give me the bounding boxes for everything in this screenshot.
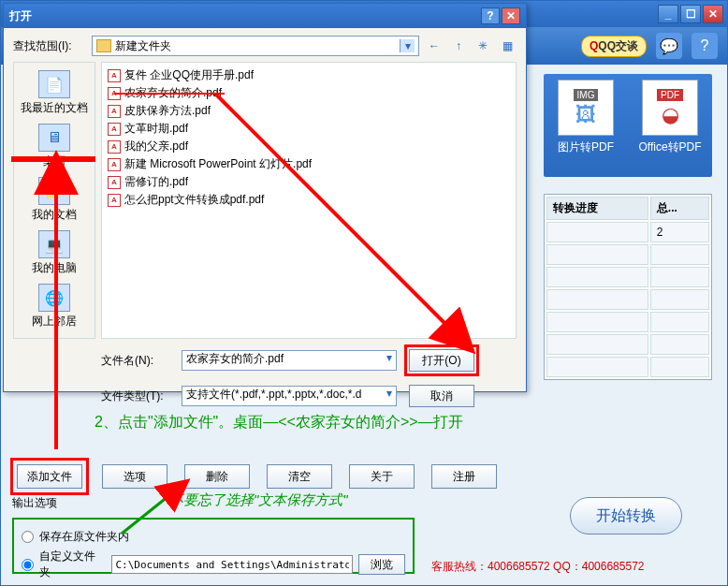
radio-custom-folder-label: 自定义文件夹 bbox=[39, 549, 106, 580]
pdf-file-icon: A bbox=[108, 123, 121, 136]
pdf-file-icon: A bbox=[108, 140, 121, 154]
look-in-value: 新建文件夹 bbox=[115, 38, 171, 54]
look-in-select[interactable]: 新建文件夹 ▾ bbox=[92, 36, 419, 56]
desktop-icon: 🖥 bbox=[38, 124, 70, 152]
total-cell: 2 bbox=[650, 222, 709, 242]
filename-input[interactable]: 农家弃女的简介.pdf▾ bbox=[182, 350, 397, 371]
pdf-icon: ◒ bbox=[662, 103, 679, 127]
file-item[interactable]: A需修订的.pdf bbox=[106, 173, 512, 191]
place-desktop[interactable]: 🖥桌面 bbox=[17, 124, 92, 169]
new-folder-icon[interactable]: ✳ bbox=[473, 37, 492, 55]
chevron-down-icon: ▾ bbox=[386, 351, 392, 364]
path-input[interactable] bbox=[111, 555, 353, 574]
qq-badge[interactable]: QQQ交谈 bbox=[581, 36, 647, 57]
options-button[interactable]: 选项 bbox=[102, 464, 167, 489]
register-button[interactable]: 注册 bbox=[431, 464, 497, 489]
place-recent[interactable]: 📄我最近的文档 bbox=[17, 70, 92, 116]
img-to-pdf[interactable]: IMG🖼 图片转PDF bbox=[553, 80, 619, 171]
file-item[interactable]: A皮肤保养方法.pdf bbox=[106, 102, 512, 120]
button-row: 添加文件 选项 删除 清空 关于 注册 bbox=[10, 458, 497, 495]
office-to-pdf[interactable]: PDF◒ Office转PDF bbox=[637, 80, 703, 171]
folder-icon bbox=[96, 39, 111, 52]
maximize-button[interactable]: ☐ bbox=[680, 5, 701, 23]
radio-same-folder-label: 保存在原文件夹内 bbox=[39, 529, 129, 545]
minimize-button[interactable]: _ bbox=[658, 5, 678, 23]
file-item[interactable]: A复件 企业QQ使用手册.pdf bbox=[106, 66, 512, 84]
network-icon: 🌐 bbox=[38, 284, 70, 312]
chevron-down-icon: ▾ bbox=[386, 387, 392, 400]
place-network[interactable]: 🌐网上邻居 bbox=[17, 284, 92, 330]
look-in-label: 查找范围(I): bbox=[13, 38, 86, 54]
dialog-close-button[interactable]: ✕ bbox=[502, 7, 520, 24]
annotation-underline bbox=[114, 93, 225, 95]
place-documents[interactable]: 📁我的文档 bbox=[17, 177, 92, 223]
progress-table: 转换进度总... 2 bbox=[544, 194, 712, 380]
back-icon[interactable]: ← bbox=[425, 37, 444, 55]
filename-label: 文件名(N): bbox=[101, 353, 174, 369]
highlight-add: 添加文件 bbox=[10, 458, 89, 495]
documents-icon: 📁 bbox=[38, 177, 70, 205]
cancel-button[interactable]: 取消 bbox=[409, 385, 474, 407]
chat-icon[interactable]: 💬 bbox=[656, 33, 682, 59]
pdf-file-icon: A bbox=[108, 105, 121, 118]
place-computer[interactable]: 💻我的电脑 bbox=[17, 230, 92, 276]
annotation-bar bbox=[11, 156, 95, 162]
delete-button[interactable]: 删除 bbox=[184, 464, 250, 489]
computer-icon: 💻 bbox=[38, 230, 70, 258]
radio-same-folder[interactable] bbox=[22, 531, 34, 543]
green-note: 不要忘了选择"文本保存方式" bbox=[169, 491, 348, 509]
chevron-down-icon: ▾ bbox=[400, 39, 415, 52]
open-dialog: 打开 ? ✕ 查找范围(I): 新建文件夹 ▾ ← ↑ ✳ ▦ 📄我最近的文档 … bbox=[3, 3, 527, 392]
about-button[interactable]: 关于 bbox=[349, 464, 415, 489]
close-button[interactable]: ✕ bbox=[703, 5, 723, 23]
pdf-file-icon: A bbox=[108, 194, 121, 207]
image-icon: 🖼 bbox=[575, 103, 596, 127]
dialog-title: 打开 bbox=[9, 8, 479, 24]
places-bar: 📄我最近的文档 🖥桌面 📁我的文档 💻我的电脑 🌐网上邻居 bbox=[13, 62, 95, 339]
col-progress: 转换进度 bbox=[546, 197, 648, 220]
output-options-box: 保存在原文件夹内 自定义文件夹 浏览 bbox=[12, 518, 415, 574]
dialog-help-button[interactable]: ? bbox=[481, 7, 500, 24]
dialog-titlebar: 打开 ? ✕ bbox=[4, 4, 526, 28]
add-file-button[interactable]: 添加文件 bbox=[17, 464, 82, 489]
pdf-file-icon: A bbox=[108, 158, 121, 171]
filetype-label: 文件类型(T): bbox=[101, 388, 174, 404]
file-item[interactable]: A我的父亲.pdf bbox=[106, 138, 512, 155]
up-icon[interactable]: ↑ bbox=[449, 37, 468, 55]
start-convert-button[interactable]: 开始转换 bbox=[570, 497, 682, 535]
pdf-file-icon: A bbox=[108, 69, 121, 82]
hotline-text: 客服热线：4006685572 QQ：4006685572 bbox=[431, 559, 644, 575]
recent-icon: 📄 bbox=[38, 70, 70, 98]
radio-custom-folder[interactable] bbox=[22, 559, 34, 571]
col-total: 总... bbox=[650, 197, 709, 220]
file-list[interactable]: A复件 企业QQ使用手册.pdf A农家弃女的简介.pdf A皮肤保养方法.pd… bbox=[101, 62, 517, 339]
highlight-open: 打开(O) bbox=[404, 344, 479, 376]
pdf-file-icon: A bbox=[108, 176, 121, 189]
view-icon[interactable]: ▦ bbox=[498, 37, 517, 55]
filetype-select[interactable]: 支持文件(*.pdf,*.ppt,*.pptx,*.doc,*.d▾ bbox=[182, 386, 397, 406]
output-section-label: 输出选项 bbox=[12, 495, 57, 511]
browse-button[interactable]: 浏览 bbox=[358, 554, 405, 575]
progress-cell bbox=[546, 222, 648, 242]
help-icon[interactable]: ? bbox=[692, 33, 718, 59]
conversion-area: IMG🖼 图片转PDF PDF◒ Office转PDF bbox=[544, 74, 712, 177]
clear-button[interactable]: 清空 bbox=[267, 464, 332, 489]
file-item[interactable]: A文革时期.pdf bbox=[106, 120, 512, 138]
file-item[interactable]: A新建 Microsoft PowerPoint 幻灯片.pdf bbox=[106, 155, 512, 173]
open-button[interactable]: 打开(O) bbox=[409, 349, 474, 372]
file-item[interactable]: A怎么把ppt文件转换成pdf.pdf bbox=[106, 191, 512, 209]
